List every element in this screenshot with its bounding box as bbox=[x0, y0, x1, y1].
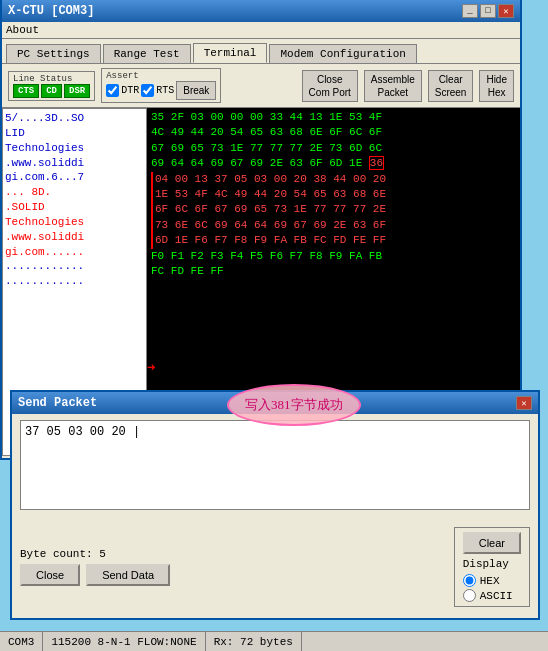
hide-hex-button[interactable]: HideHex bbox=[479, 70, 514, 102]
success-text: 写入381字节成功 bbox=[245, 397, 343, 412]
send-packet-close-icon[interactable]: ✕ bbox=[516, 396, 532, 410]
hex-radio[interactable] bbox=[463, 574, 476, 587]
packet-input[interactable]: 37 05 03 00 20 | bbox=[20, 420, 530, 510]
assert-label: Assert bbox=[106, 71, 216, 81]
ascii-radio-label[interactable]: ASCII bbox=[463, 589, 513, 602]
hex-row-2: 4C 49 44 20 54 65 63 68 6E 6F 6C 6F bbox=[151, 125, 516, 140]
send-footer: Byte count: 5 Close Send Data Clear Disp… bbox=[12, 523, 538, 611]
status-indicators: CTS CD DSR bbox=[13, 84, 90, 98]
success-badge: 写入381字节成功 bbox=[227, 384, 361, 426]
assert-group: Assert DTR RTS Break bbox=[101, 68, 221, 103]
rts-checkbox[interactable] bbox=[141, 84, 154, 97]
title-bar: X-CTU [COM3] _ □ ✕ bbox=[2, 0, 520, 22]
tab-modem-config[interactable]: Modem Configuration bbox=[269, 44, 416, 63]
ascii-radio[interactable] bbox=[463, 589, 476, 602]
about-menu[interactable]: About bbox=[6, 24, 39, 36]
byte-count-display: Byte count: 5 bbox=[20, 548, 170, 560]
break-button[interactable]: Break bbox=[176, 81, 216, 100]
left-line-10: gi.com...... bbox=[5, 245, 144, 260]
tabs-area: PC Settings Range Test Terminal Modem Co… bbox=[2, 39, 520, 63]
left-line-8: Technologies bbox=[5, 215, 144, 230]
left-line-12: ............ bbox=[5, 274, 144, 289]
hex-row-3: 67 69 65 73 1E 77 77 77 2E 73 6D 6C bbox=[151, 141, 516, 156]
send-close-button[interactable]: Close bbox=[20, 564, 80, 586]
hex-row-8: 73 6E 6C 69 64 64 69 67 69 2E 63 6F bbox=[151, 218, 516, 233]
assemble-packet-button[interactable]: AssemblePacket bbox=[364, 70, 422, 102]
hex-row-1: 35 2F 03 00 00 00 33 44 13 1E 53 4F bbox=[151, 110, 516, 125]
hex-row-10: F0 F1 F2 F3 F4 F5 F6 F7 F8 F9 FA FB bbox=[151, 249, 516, 264]
app-title: X-CTU [COM3] bbox=[8, 4, 94, 18]
left-line-3: Technologies bbox=[5, 141, 144, 156]
status-bar: COM3 115200 8-N-1 FLOW:NONE Rx: 72 bytes bbox=[0, 631, 548, 651]
clear-screen-button[interactable]: ClearScreen bbox=[428, 70, 474, 102]
send-data-button[interactable]: Send Data bbox=[86, 564, 170, 586]
tab-range-test[interactable]: Range Test bbox=[103, 44, 191, 63]
status-port: COM3 bbox=[0, 632, 43, 651]
minimize-button[interactable]: _ bbox=[462, 4, 478, 18]
cts-indicator: CTS bbox=[13, 84, 39, 98]
hex-row-11: FC FD FE FF bbox=[151, 264, 516, 279]
status-config: 115200 8-N-1 FLOW:NONE bbox=[43, 632, 205, 651]
left-line-5: gi.com.6...7 bbox=[5, 170, 144, 185]
left-line-2: LID bbox=[5, 126, 144, 141]
send-packet-content: 37 05 03 00 20 | bbox=[12, 414, 538, 519]
maximize-button[interactable]: □ bbox=[480, 4, 496, 18]
send-left-section: Byte count: 5 Close Send Data bbox=[20, 548, 170, 586]
byte-count-value: 5 bbox=[99, 548, 106, 560]
hex-row-12 bbox=[151, 279, 516, 294]
hex-radio-label[interactable]: HEX bbox=[463, 574, 513, 587]
toolbar: Line Status CTS CD DSR Assert DTR RTS Br… bbox=[2, 63, 520, 108]
line-status-group: Line Status CTS CD DSR bbox=[8, 71, 95, 101]
status-rx: Rx: 72 bytes bbox=[206, 632, 302, 651]
dtr-checkbox[interactable] bbox=[106, 84, 119, 97]
hex-row-7: 6F 6C 6F 67 69 65 73 1E 77 77 77 2E bbox=[151, 202, 516, 217]
hex-row-4: 69 64 64 69 67 69 2E 63 6F 6D 1E 36 bbox=[151, 156, 516, 171]
display-label: Display bbox=[463, 558, 509, 570]
byte-count-label: Byte count: bbox=[20, 548, 93, 560]
rts-checkbox-label[interactable]: RTS bbox=[141, 84, 174, 97]
left-line-9: .www.soliddi bbox=[5, 230, 144, 245]
send-packet-title: Send Packet bbox=[18, 396, 97, 410]
dsr-indicator: DSR bbox=[64, 84, 90, 98]
tab-pc-settings[interactable]: PC Settings bbox=[6, 44, 101, 63]
hex-row-6: 1E 53 4F 4C 49 44 20 54 65 63 68 6E bbox=[151, 187, 516, 202]
left-line-11: ............ bbox=[5, 259, 144, 274]
assert-controls: DTR RTS Break bbox=[106, 81, 216, 100]
dtr-checkbox-label[interactable]: DTR bbox=[106, 84, 139, 97]
window-controls: _ □ ✕ bbox=[462, 4, 514, 18]
close-com-port-button[interactable]: CloseCom Port bbox=[302, 70, 358, 102]
cd-indicator: CD bbox=[41, 84, 62, 98]
send-action-buttons: Close Send Data bbox=[20, 564, 170, 586]
menu-bar: About bbox=[2, 22, 520, 39]
clear-button[interactable]: Clear bbox=[463, 532, 521, 554]
arrow-indicator: ➜ bbox=[147, 359, 155, 376]
display-options: HEX ASCII bbox=[463, 574, 513, 602]
tab-terminal[interactable]: Terminal bbox=[193, 43, 268, 63]
left-line-4: .www.soliddi bbox=[5, 156, 144, 171]
hex-row-5: 04 00 13 37 05 03 00 20 38 44 00 20 bbox=[151, 172, 516, 187]
line-status-label: Line Status bbox=[13, 74, 90, 84]
left-line-6: ... 8D. bbox=[5, 185, 144, 200]
left-line-1: 5/....3D..SO bbox=[5, 111, 144, 126]
left-line-7: .SOLID bbox=[5, 200, 144, 215]
hex-row-9: 6D 1E F6 F7 F8 F9 FA FB FC FD FE FF bbox=[151, 233, 516, 248]
close-button[interactable]: ✕ bbox=[498, 4, 514, 18]
send-right-section: Clear Display HEX ASCII bbox=[454, 527, 530, 607]
